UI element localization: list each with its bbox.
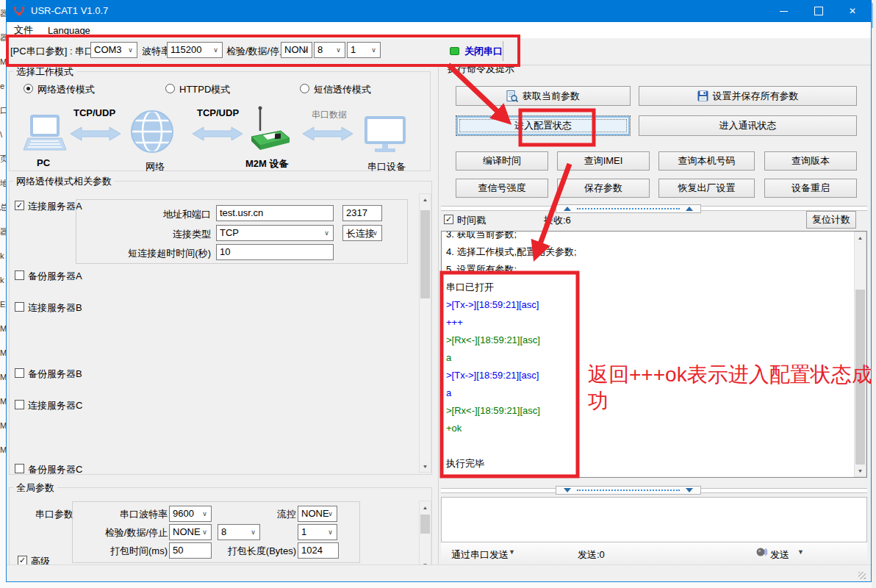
scroll-down-icon[interactable] (420, 460, 431, 472)
baud-select[interactable]: 115200 (167, 42, 223, 58)
global-databits-select[interactable]: 8 (218, 524, 260, 540)
splitter-handle[interactable] (556, 486, 701, 495)
scroll-up-icon[interactable] (855, 232, 866, 244)
scroll-up-icon[interactable] (420, 501, 431, 513)
reboot-button[interactable]: 设备重启 (764, 179, 857, 198)
set-save-all-button[interactable]: 设置并保存所有参数 (639, 86, 857, 106)
enter-config-button[interactable]: 进入配置状态 (456, 115, 631, 136)
global-baud-label: 串口波特率 (79, 508, 168, 521)
resize-grip[interactable] (858, 572, 866, 579)
double-arrow-icon (191, 125, 244, 143)
backup-a-label: 备份服务器A (28, 270, 82, 283)
log-output[interactable]: 3. 获取当前参数; 4. 选择工作模式,配置相关参数; 5. 设置所有参数; … (441, 231, 867, 478)
tcp-udp-label-2: TCP/UDP (197, 107, 239, 118)
signal-strength-button[interactable]: 查信号强度 (456, 179, 548, 198)
keepalive-select[interactable]: 长连接 (342, 225, 382, 241)
toolbar-separator (503, 41, 503, 61)
timeout-label: 短连接超时时间(秒) (81, 247, 211, 260)
maximize-button[interactable] (801, 0, 836, 22)
title-bar: USR-CAT1 V1.0.7 (6, 0, 872, 22)
serial-device-monitor-icon (365, 116, 406, 154)
sent-count-label: 发送:0 (578, 548, 605, 562)
collapse-up-icon[interactable] (686, 207, 693, 211)
backup-c-checkbox[interactable] (15, 464, 24, 473)
global-stopbits-select[interactable]: 1 (298, 524, 337, 540)
net-params-scrollbar[interactable] (419, 193, 431, 473)
log-line: >[Tx->][18:59:21][asc] (446, 296, 577, 314)
pc-laptop-icon (21, 115, 68, 156)
conn-type-label: 连接类型 (81, 228, 211, 241)
databits-select[interactable]: 8 (314, 42, 345, 58)
window-title: USR-CAT1 V1.0.7 (31, 5, 108, 16)
global-params-scrollbar[interactable] (419, 501, 431, 571)
log-line: a (446, 349, 577, 367)
backup-b-checkbox[interactable] (15, 368, 24, 378)
server-b-checkbox[interactable] (15, 302, 24, 312)
annotation-note: 返回+++ok表示进入配置状态成功 (588, 362, 876, 415)
log-line: +ok (446, 420, 577, 437)
scrollbar-thumb[interactable] (420, 514, 430, 534)
radio-httpd-mode[interactable] (165, 84, 175, 93)
compile-time-button[interactable]: 编译时间 (456, 151, 548, 171)
dropdown-chevron-icon (125, 43, 136, 57)
radio-net-mode[interactable] (24, 84, 33, 93)
parity-select[interactable]: NONI (281, 42, 312, 58)
com-port-select[interactable]: COM3 (90, 42, 137, 58)
radio-sms-mode[interactable] (300, 84, 309, 93)
enter-comm-button[interactable]: 进入通讯状态 (639, 115, 857, 136)
global-params-group-title: 全局参数 (13, 481, 57, 495)
packlen-input[interactable]: 1024 (298, 542, 339, 559)
save-params-button[interactable]: 保存参数 (557, 179, 650, 198)
log-line: 执行完毕 (446, 455, 577, 473)
m2m-caption: M2M 设备 (245, 157, 289, 171)
stopbits-select[interactable]: 1 (347, 42, 381, 58)
send-button[interactable]: 发送 (770, 548, 789, 562)
dropdown-chevron-icon (199, 526, 210, 539)
get-params-button[interactable]: 获取当前参数 (456, 86, 631, 106)
server-address-input[interactable]: test.usr.cn (216, 205, 334, 221)
collapse-up-icon[interactable] (564, 207, 571, 211)
m2m-device-icon (248, 106, 292, 156)
query-version-button[interactable]: 查询版本 (764, 151, 857, 171)
log-line: >[Rx<-][18:59:21][asc] (446, 402, 577, 420)
log-line: 4. 选择工作模式,配置相关参数; (446, 243, 577, 261)
log-line: 5. 设置所有参数; (446, 261, 577, 279)
timestamp-checkbox[interactable] (444, 215, 453, 224)
port-open-indicator-icon (450, 47, 459, 55)
flow-select[interactable]: NONE (298, 506, 337, 522)
query-number-button[interactable]: 查询本机号码 (658, 151, 755, 171)
pc-caption: PC (37, 157, 50, 168)
menu-language[interactable]: Language (40, 22, 98, 38)
packtime-input[interactable]: 50 (169, 542, 212, 559)
conn-type-select[interactable]: TCP (216, 225, 334, 241)
server-port-input[interactable]: 2317 (342, 205, 382, 221)
send-chevron-icon[interactable]: ▼ (797, 548, 804, 556)
radio-net-mode-label: 网络透传模式 (37, 83, 95, 96)
scroll-down-icon[interactable] (855, 465, 866, 476)
minimize-button[interactable] (766, 0, 801, 22)
collapse-down-icon[interactable] (686, 488, 693, 492)
scroll-up-icon[interactable] (420, 194, 431, 206)
log-scrollbar[interactable] (854, 232, 866, 477)
send-input[interactable] (441, 497, 867, 542)
server-a-checkbox[interactable] (15, 201, 24, 210)
log-line: 串口已打开 (446, 279, 577, 296)
global-baud-select[interactable]: 9600 (169, 506, 212, 522)
collapse-down-icon[interactable] (564, 488, 571, 492)
global-parity-select[interactable]: NONE (169, 524, 212, 540)
menu-bar: 文件 Language (7, 22, 871, 38)
send-via-chevron-icon[interactable]: ▼ (509, 548, 515, 556)
splitter-handle[interactable] (556, 204, 701, 213)
log-line: a (446, 384, 577, 402)
query-imei-button[interactable]: 查询IMEI (557, 151, 650, 171)
server-c-checkbox[interactable] (15, 400, 24, 409)
scrollbar-thumb[interactable] (420, 210, 430, 298)
send-via-dropdown[interactable]: 通过串口发送 (451, 548, 509, 562)
factory-reset-button[interactable]: 恢复出厂设置 (658, 179, 755, 198)
backup-a-checkbox[interactable] (15, 270, 24, 280)
close-button[interactable] (835, 0, 870, 22)
timeout-input[interactable]: 10 (216, 244, 334, 260)
menu-file[interactable]: 文件 (7, 22, 40, 38)
close-port-button[interactable]: 关闭串口 (464, 45, 503, 58)
reset-count-button[interactable]: 复位计数 (806, 211, 856, 229)
